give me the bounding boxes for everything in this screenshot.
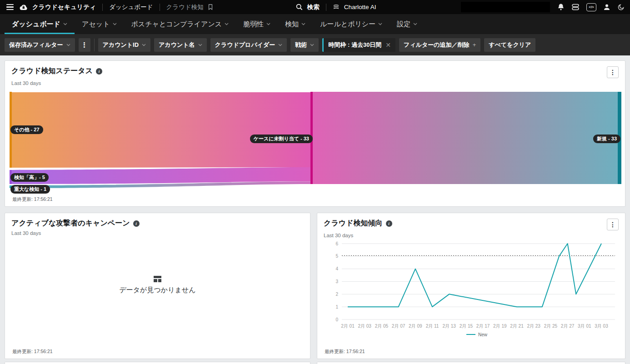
add-remove-filter-button[interactable]: フィルターの追加／削除+ [399, 38, 480, 52]
svg-text:2月 15: 2月 15 [460, 324, 473, 329]
info-icon[interactable]: i [96, 68, 102, 75]
card-cloud-detection-trend: クラウド検知傾向 i ⋮ Last 30 days 01234562月 012月… [317, 213, 625, 359]
last-updated: 最終更新: 17:56:21 [12, 349, 53, 355]
search-label[interactable]: 検索 [307, 3, 320, 11]
svg-text:2: 2 [335, 292, 338, 297]
tab-label: ルールとポリシー [320, 20, 375, 29]
flow-unassigned-to-new[interactable] [313, 92, 618, 184]
breadcrumb-page[interactable]: クラウド検知 [166, 3, 204, 11]
card-menu-kebab-button[interactable]: ⋮ [607, 66, 619, 78]
trend-line-chart: 01234562月 012月 032月 052月 072月 092月 112月 … [322, 240, 625, 340]
tab-ダッシュボード[interactable]: ダッシュボード [5, 14, 75, 34]
svg-text:3月 01: 3月 01 [578, 324, 591, 329]
sankey-chart: その他 - 27 検知「高」- 5 重大な検知 - 1 ケースに未割り当て - … [10, 92, 621, 188]
flow-others-to-unassigned[interactable] [12, 92, 310, 168]
chevron-down-icon [301, 23, 305, 25]
tab-ポスチャとコンプライアンス[interactable]: ポスチャとコンプライアンス [124, 14, 236, 34]
svg-text:2月 07: 2月 07 [392, 324, 405, 329]
dashboard-content: クラウド検知ステータス i ⋮ Last 30 days [0, 55, 630, 364]
svg-text:2月 03: 2月 03 [358, 324, 371, 329]
svg-text:0: 0 [335, 317, 338, 322]
sankey-label-others[interactable]: その他 - 27 [10, 125, 43, 134]
tab-label: 検知 [285, 20, 299, 29]
divider [160, 4, 160, 11]
card-subtitle: Last 30 days [317, 233, 625, 238]
chevron-down-icon [198, 44, 202, 46]
api-code-icon[interactable]: </> [586, 3, 596, 11]
filter-kebab-button[interactable]: ⋮ [79, 38, 90, 52]
next-card-top [317, 362, 625, 364]
info-icon[interactable]: i [386, 220, 392, 227]
card-title-text: アクティブな攻撃者のキャンペーン [11, 219, 130, 228]
card-subtitle: Last 30 days [5, 230, 310, 236]
svg-text:2月 01: 2月 01 [341, 324, 355, 329]
chevron-down-icon [63, 23, 67, 25]
filter-dropdown-0[interactable]: アカウントID [98, 38, 151, 52]
time-range-chip[interactable]: 時間枠 : 過去30日間✕ [322, 38, 395, 52]
chevron-down-icon [278, 44, 282, 46]
hamburger-menu-icon[interactable] [5, 3, 15, 11]
tab-label: 設定 [397, 20, 410, 29]
sankey-label-critical[interactable]: 重大な検知 - 1 [10, 185, 50, 194]
card-title: クラウド検知ステータス i [11, 66, 102, 76]
divider [326, 4, 326, 11]
no-data-table-icon [154, 276, 161, 282]
card-title: アクティブな攻撃者のキャンペーン i [11, 219, 140, 228]
tab-label: アセット [82, 20, 110, 29]
filter-dropdown-1[interactable]: アカウント名 [154, 38, 207, 52]
card-active-attacker-campaigns: アクティブな攻撃者のキャンペーン i Last 30 days データが見つかり… [5, 213, 310, 359]
breadcrumb-dashboard[interactable]: ダッシュボード [109, 3, 153, 11]
main-nav-tabs: ダッシュボードアセットポスチャとコンプライアンス脆弱性検知ルールとポリシー設定 [0, 14, 630, 34]
saved-filters-dropdown[interactable]: 保存済みフィルター [5, 38, 75, 52]
svg-text:2月 11: 2月 11 [426, 324, 439, 329]
divider [94, 39, 95, 51]
close-icon[interactable]: ✕ [385, 41, 391, 49]
filter-dropdown-3[interactable]: 戦術 [290, 38, 319, 52]
chevron-down-icon [310, 44, 314, 46]
chevron-down-icon [66, 44, 70, 46]
tab-アセット[interactable]: アセット [75, 14, 124, 34]
sankey-label-unassigned[interactable]: ケースに未割り当て - 33 [250, 135, 313, 143]
top-bar: クラウドセキュリティ ダッシュボード クラウド検知 検索 Charlotte A… [0, 0, 630, 14]
svg-text:2月 17: 2月 17 [476, 324, 490, 329]
empty-message: データが見つかりません [119, 286, 195, 294]
sankey-label-new[interactable]: 新規 - 33 [593, 135, 620, 143]
svg-text:2月 09: 2月 09 [409, 324, 422, 329]
sankey-label-high[interactable]: 検知「高」- 5 [10, 173, 49, 182]
cloud-security-logo-icon[interactable] [19, 4, 28, 10]
clear-all-button[interactable]: すべてをクリア [484, 38, 535, 52]
chevron-down-icon [113, 23, 117, 25]
svg-text:2月 19: 2月 19 [493, 324, 507, 329]
last-updated: 最終更新: 17:56:21 [12, 196, 53, 203]
filter-dropdown-2[interactable]: クラウドプロバイダー [210, 38, 287, 52]
svg-text:3月 03: 3月 03 [595, 324, 608, 329]
sankey-svg [10, 92, 621, 188]
card-menu-kebab-button[interactable]: ⋮ [607, 219, 619, 230]
search-icon[interactable] [296, 4, 303, 10]
info-icon[interactable]: i [133, 220, 140, 227]
empty-state: データが見つかりません [5, 276, 310, 294]
flow-high-to-unassigned[interactable] [12, 167, 310, 184]
svg-text:2月 27: 2月 27 [561, 324, 575, 329]
charlotte-ai-icon[interactable] [333, 4, 340, 10]
user-profile-icon[interactable] [603, 4, 610, 11]
tab-ルールとポリシー[interactable]: ルールとポリシー [313, 14, 390, 34]
filter-bar: 保存済みフィルター⋮アカウントIDアカウント名クラウドプロバイダー戦術時間枠 :… [0, 34, 630, 55]
card-title-text: クラウド検知ステータス [11, 66, 93, 76]
svg-text:3: 3 [335, 279, 338, 284]
tab-検知[interactable]: 検知 [278, 14, 313, 34]
dark-mode-moon-icon[interactable] [617, 4, 625, 11]
trend-series-new[interactable] [348, 244, 601, 307]
svg-text:4: 4 [335, 266, 338, 271]
notifications-bell-icon[interactable] [557, 3, 565, 11]
chevron-down-icon [142, 44, 146, 46]
bookmark-icon[interactable] [208, 4, 213, 10]
tab-脆弱性[interactable]: 脆弱性 [236, 14, 278, 34]
tab-設定[interactable]: 設定 [390, 14, 425, 34]
charlotte-ai-label[interactable]: Charlotte AI [344, 4, 376, 10]
layers-icon[interactable] [571, 4, 580, 10]
chevron-down-icon [266, 23, 270, 25]
last-updated: 最終更新: 17:56:21 [325, 349, 365, 355]
tab-label: ダッシュボード [12, 20, 60, 29]
product-title: クラウドセキュリティ [32, 3, 96, 11]
